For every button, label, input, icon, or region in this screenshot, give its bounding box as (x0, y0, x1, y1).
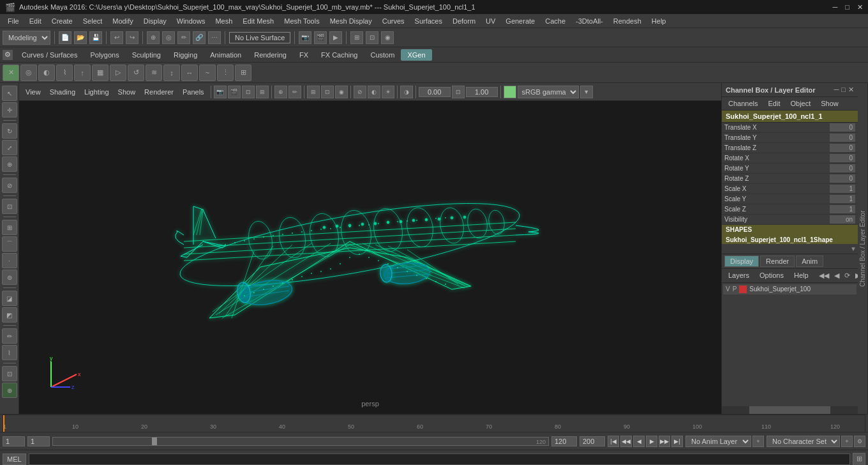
pb-play[interactable]: ▶ (646, 436, 657, 447)
vp-menu-panels[interactable]: Panels (179, 87, 208, 97)
layer-item[interactable]: V P Sukhoi_Superjet_100 (723, 284, 857, 294)
cb-tab-object[interactable]: Object (786, 98, 814, 109)
tl-ruler[interactable]: 1 10 20 30 40 50 60 70 80 90 100 110 120 (3, 415, 865, 432)
vp-menu-lighting[interactable]: Lighting (80, 87, 113, 97)
select-icon[interactable]: ⊕ (147, 31, 160, 44)
tab-fx-caching[interactable]: FX Caching (315, 49, 364, 61)
gamma-select[interactable]: sRGB gamma (518, 86, 579, 98)
xgen-refresh-icon[interactable]: ↺ (128, 65, 144, 81)
lt-show-manip-icon[interactable]: ⊡ (2, 199, 17, 214)
close-btn[interactable]: ✕ (857, 3, 863, 11)
xgen-groom-icon[interactable]: ≋ (146, 65, 162, 81)
lt-snap-point-icon[interactable]: · (2, 253, 17, 268)
tab-sculpting[interactable]: Sculpting (126, 49, 167, 61)
lt-curve-icon[interactable]: ⌇ (2, 345, 17, 360)
minimize-btn[interactable]: ─ (833, 3, 838, 11)
cb-horizontal-scroll[interactable] (722, 406, 858, 414)
xgen-clump-icon[interactable]: ⋮ (217, 65, 234, 81)
paint-icon[interactable]: ✏ (177, 31, 190, 44)
new-icon[interactable]: 📄 (59, 31, 71, 44)
menu-curves[interactable]: Curves (377, 16, 410, 26)
vp-menu-shading[interactable]: Shading (46, 87, 79, 97)
xgen-guide-icon[interactable]: ↑ (74, 65, 91, 81)
mel-input[interactable] (29, 454, 850, 465)
menu-edit-mesh[interactable]: Edit Mesh (237, 16, 279, 26)
lt-snap-view-icon[interactable]: ⊚ (2, 270, 17, 285)
display-icon1[interactable]: ⊞ (350, 31, 363, 44)
vp-num2-input[interactable] (466, 87, 498, 97)
lt-universal-icon[interactable]: ⊕ (2, 156, 17, 172)
pb-step-fwd[interactable]: ▶▶ (659, 436, 670, 447)
mel-run-icon[interactable]: ⊞ (853, 453, 865, 466)
cb-scroll-thumb[interactable] (749, 406, 831, 414)
cb-anim-tab[interactable]: Anim (796, 255, 823, 267)
cb-layerhelp-tab[interactable]: Help (790, 270, 812, 281)
tab-xgen[interactable]: XGen (401, 49, 431, 61)
tab-fx[interactable]: FX (293, 49, 315, 61)
vp-select-icon[interactable]: ⊕ (274, 86, 287, 98)
vp-exposure-icon[interactable]: ◑ (400, 86, 413, 98)
tab-curves-surfaces[interactable]: Curves / Surfaces (15, 49, 84, 61)
cb-layers-tab[interactable]: Layers (724, 270, 753, 281)
undo-icon[interactable]: ↩ (110, 31, 123, 44)
camera-icon[interactable]: 📷 (299, 31, 311, 44)
cb-layer-prev-prev[interactable]: ◀◀ (818, 270, 830, 281)
cb-render-tab[interactable]: Render (760, 255, 795, 267)
xgen-width-icon[interactable]: ↔ (181, 65, 198, 81)
lt-snap-grid-icon[interactable]: ⊞ (2, 220, 17, 235)
vp-camera-icon[interactable]: 📷 (214, 86, 227, 98)
frame-current-input[interactable] (3, 436, 25, 446)
menu-modify[interactable]: Modify (107, 16, 138, 26)
cb-tab-edit[interactable]: Edit (764, 98, 784, 109)
pb-go-start[interactable]: |◀ (608, 436, 619, 447)
pb-prev-frame[interactable]: ◀◀ (620, 436, 632, 447)
lt-camera-icon[interactable]: ⊡ (2, 366, 17, 381)
range-end-input[interactable] (551, 436, 577, 446)
vp-resolution-icon[interactable]: ⊞ (256, 86, 269, 98)
snap-icon[interactable]: ⋯ (208, 31, 221, 44)
vp-gate-icon[interactable]: ⊡ (242, 86, 255, 98)
menu-cache[interactable]: Cache (540, 16, 571, 26)
lt-render-icon[interactable]: ◪ (2, 291, 17, 306)
xgen-hair-icon[interactable]: ⌇ (56, 65, 73, 81)
char-set-settings-icon[interactable]: ⚙ (854, 436, 865, 447)
cb-tab-show[interactable]: Show (817, 98, 842, 109)
vp-menu-view[interactable]: View (22, 87, 45, 97)
anim-end-input[interactable] (580, 436, 605, 446)
xgen-region-icon[interactable]: ▦ (92, 65, 108, 81)
ipr-icon[interactable]: ▶ (329, 31, 342, 44)
vp-paintfx-icon[interactable]: ✏ (288, 86, 301, 98)
menu-windows[interactable]: Windows (172, 16, 211, 26)
cb-scroll-down-icon[interactable]: ▼ (850, 245, 857, 252)
lt-select-icon[interactable]: ↖ (2, 86, 17, 101)
xgen-length-icon[interactable]: ↕ (163, 65, 180, 81)
vp-gamma-arrow-icon[interactable]: ▼ (580, 86, 593, 98)
menu-mesh-tools[interactable]: Mesh Tools (279, 16, 324, 26)
vp-wire1-icon[interactable]: ⊞ (307, 86, 320, 98)
vp-menu-renderer[interactable]: Renderer (140, 87, 177, 97)
tab-settings[interactable]: ⚙ (3, 50, 13, 60)
menu-display[interactable]: Display (138, 16, 172, 26)
save-icon[interactable]: 💾 (89, 31, 102, 44)
pb-go-end[interactable]: ▶| (671, 436, 683, 447)
vp-ao-icon[interactable]: ⊘ (354, 86, 366, 98)
menu-mesh[interactable]: Mesh (210, 16, 237, 26)
mode-select[interactable]: Modeling (3, 31, 50, 45)
vp-num1-input[interactable] (419, 87, 451, 97)
vp-color-icon[interactable] (504, 86, 516, 98)
anim-layer-add-icon[interactable]: + (752, 436, 764, 447)
xgen-select-icon[interactable]: ✕ (3, 65, 19, 81)
cb-minimize-icon[interactable]: ─ (834, 86, 839, 94)
vp-light-icon[interactable]: ☀ (382, 86, 394, 98)
vp-wire2-icon[interactable]: ⊡ (321, 86, 334, 98)
lt-soft-icon[interactable]: ⊘ (2, 178, 17, 193)
menu-uv[interactable]: UV (481, 16, 500, 26)
lasso-icon[interactable]: ◎ (162, 31, 175, 44)
cb-options-tab[interactable]: Options (756, 270, 788, 281)
menu-generate[interactable]: Generate (500, 16, 540, 26)
anim-layer-select[interactable]: No Anim Layer (685, 436, 751, 447)
layer-p-label[interactable]: P (733, 286, 737, 293)
menu-file[interactable]: File (3, 16, 24, 26)
menu-create[interactable]: Create (47, 16, 78, 26)
menu-edit[interactable]: Edit (24, 16, 47, 26)
